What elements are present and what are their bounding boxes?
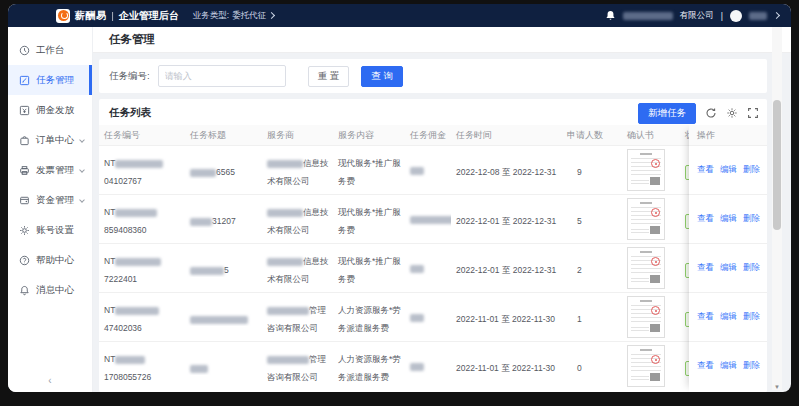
business-type-label: 业务类型: xyxy=(193,10,229,22)
table-row[interactable]: NT1708055726 管理咨询有限公司 人力资源服务*劳务派遣服务费 202… xyxy=(99,341,767,390)
red-stamp-icon xyxy=(651,257,660,266)
brand-divider: | xyxy=(112,11,114,21)
vertical-scrollbar[interactable]: ▼ xyxy=(772,27,782,390)
table-row[interactable]: NT859408360 31207 信息技术有限公司 现代服务*推广服务费 20… xyxy=(99,194,767,243)
sidebar-item-order-center[interactable]: 订单中心 xyxy=(8,125,92,155)
bell-outline-icon xyxy=(19,285,30,296)
user-avatar[interactable] xyxy=(730,10,742,22)
sidebar-item-account-settings[interactable]: 账号设置 xyxy=(8,215,92,245)
provider-redacted xyxy=(267,258,303,266)
sidebar-item-task-management[interactable]: 任务管理 xyxy=(8,65,92,95)
col-header-provider: 服务商 xyxy=(262,129,333,142)
sidebar-item-invoice-management[interactable]: 发票管理 xyxy=(8,155,92,185)
cell-commission xyxy=(405,308,451,326)
sidebar-item-funds-management[interactable]: 资金管理 xyxy=(8,185,92,215)
page-header: 任务管理 xyxy=(93,27,791,53)
cell-confirmation xyxy=(622,345,680,387)
confirmation-document-thumbnail[interactable] xyxy=(627,296,665,338)
task-title-redacted xyxy=(190,169,216,177)
brand-name: 薪酬易 xyxy=(75,9,107,23)
commission-redacted xyxy=(410,363,424,371)
chevron-right-icon xyxy=(268,12,275,19)
company-suffix: 有限公司 xyxy=(680,10,714,22)
task-no-input[interactable] xyxy=(158,65,286,87)
col-header-task-no: 任务编号 xyxy=(99,129,185,142)
cell-provider: 管理咨询有限公司 xyxy=(262,348,333,384)
confirmation-document-thumbnail[interactable] xyxy=(627,198,665,240)
sidebar-item-workbench[interactable]: 工作台 xyxy=(8,35,92,65)
confirmation-document-thumbnail[interactable] xyxy=(627,345,665,387)
commission-redacted xyxy=(410,167,424,175)
gear-icon xyxy=(19,225,30,236)
cell-confirmation xyxy=(622,247,680,289)
refresh-icon[interactable] xyxy=(705,107,717,119)
cell-task-no: NT47402036 xyxy=(99,299,185,335)
cell-provider: 信息技术有限公司 xyxy=(262,152,333,188)
topbar-pipe: | xyxy=(721,11,723,21)
edit-link[interactable]: 编辑 xyxy=(720,164,737,176)
scrollbar-thumb[interactable] xyxy=(773,100,781,230)
row-actions: 查看 编辑 删除 xyxy=(689,292,767,341)
cell-service-content: 现代服务*推广服务费 xyxy=(333,201,405,237)
view-link[interactable]: 查看 xyxy=(697,311,714,323)
red-stamp-icon xyxy=(651,208,660,217)
cell-applicants: 9 xyxy=(562,161,622,179)
task-title-redacted xyxy=(190,365,208,373)
provider-redacted xyxy=(267,356,309,364)
chevron-down-icon xyxy=(79,167,85,173)
sidebar-collapse-button[interactable]: ‹ xyxy=(8,375,92,386)
order-bag-icon xyxy=(19,135,30,146)
payout-icon xyxy=(19,105,30,116)
edit-link[interactable]: 编辑 xyxy=(720,213,737,225)
edit-link[interactable]: 编辑 xyxy=(720,311,737,323)
delete-link[interactable]: 删除 xyxy=(743,360,760,372)
red-stamp-icon xyxy=(651,306,660,315)
confirmation-document-thumbnail[interactable] xyxy=(627,149,665,191)
edit-link[interactable]: 编辑 xyxy=(720,262,737,274)
search-button[interactable]: 查 询 xyxy=(361,66,403,87)
delete-link[interactable]: 删除 xyxy=(743,311,760,323)
app-logo-icon xyxy=(56,9,70,23)
cell-task-no: NT1708055726 xyxy=(99,348,185,384)
scrollbar-down-arrow-icon[interactable]: ▼ xyxy=(772,384,782,390)
table-row[interactable]: NT04102767 6565 信息技术有限公司 现代服务*推广服务费 2022… xyxy=(99,145,767,194)
cell-task-time: 2022-11-01 至 2022-11-30 xyxy=(451,357,562,375)
red-stamp-icon xyxy=(651,159,660,168)
table-row[interactable]: NT7222401 5 信息技术有限公司 现代服务*推广服务费 2022-12-… xyxy=(99,243,767,292)
sidebar: 工作台 任务管理 佣金发放 订单中心 发票管理 资金管 xyxy=(8,27,93,392)
column-settings-gear-icon[interactable] xyxy=(726,107,738,119)
business-type-selector[interactable]: 业务类型: 委托代征 xyxy=(193,10,274,22)
question-circle-icon xyxy=(19,255,30,266)
sidebar-item-help-center[interactable]: 帮助中心 xyxy=(8,245,92,275)
user-menu-chevron-icon[interactable] xyxy=(773,12,780,19)
view-link[interactable]: 查看 xyxy=(697,164,714,176)
sidebar-item-message-center[interactable]: 消息中心 xyxy=(8,275,92,305)
row-actions: 查看 编辑 删除 xyxy=(689,243,767,292)
cell-confirmation xyxy=(622,296,680,338)
delete-link[interactable]: 删除 xyxy=(743,262,760,274)
commission-redacted xyxy=(410,216,451,224)
add-task-button[interactable]: 新增任务 xyxy=(638,103,696,124)
company-name-redacted xyxy=(623,12,673,20)
view-link[interactable]: 查看 xyxy=(697,360,714,372)
sidebar-item-commission-payout[interactable]: 佣金发放 xyxy=(8,95,92,125)
reset-button[interactable]: 重 置 xyxy=(308,66,350,87)
view-link[interactable]: 查看 xyxy=(697,262,714,274)
table-row[interactable]: NT47402036 管理咨询有限公司 人力资源服务*劳务派遣服务费 2022-… xyxy=(99,292,767,341)
cell-applicants: 5 xyxy=(562,210,622,228)
chevron-down-icon xyxy=(79,197,85,203)
fullscreen-icon[interactable] xyxy=(747,107,759,119)
task-no-redacted xyxy=(115,160,163,168)
edit-link[interactable]: 编辑 xyxy=(720,360,737,372)
cell-task-no: NT7222401 xyxy=(99,250,185,286)
confirmation-document-thumbnail[interactable] xyxy=(627,247,665,289)
delete-link[interactable]: 删除 xyxy=(743,164,760,176)
bell-icon[interactable] xyxy=(605,10,616,21)
filter-bar: 任务编号: 重 置 查 询 xyxy=(99,59,767,93)
cell-task-title: 5 xyxy=(185,259,262,277)
delete-link[interactable]: 删除 xyxy=(743,213,760,225)
cell-commission xyxy=(405,357,451,375)
view-link[interactable]: 查看 xyxy=(697,213,714,225)
cell-task-title xyxy=(185,308,262,326)
cell-confirmation xyxy=(622,149,680,191)
